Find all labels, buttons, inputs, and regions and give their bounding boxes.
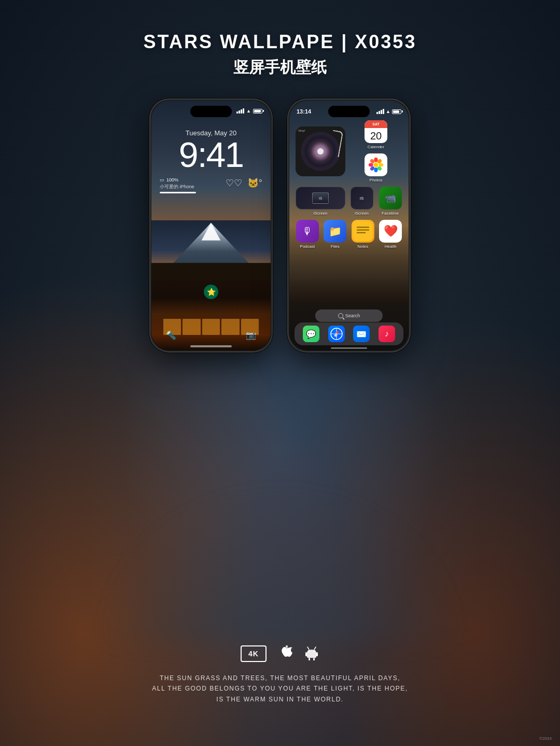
iscreen-big-label: iScreen — [313, 211, 327, 216]
homescreen-bg: 13:14 ▲ — [289, 101, 409, 350]
battery-cap — [263, 110, 264, 112]
hs-wifi-icon: ▲ — [386, 109, 390, 114]
torch-icon[interactable]: 🔦 — [166, 330, 176, 340]
svg-line-30 — [307, 647, 309, 650]
calendar-date: 20 — [370, 128, 382, 143]
iscreen-big-inner: iS — [312, 192, 329, 204]
app-row-2: iS iScreen iS iScreen — [296, 187, 402, 216]
svg-point-5 — [374, 158, 377, 162]
svg-rect-27 — [316, 652, 318, 656]
phones-container: ⭐ — [149, 98, 411, 353]
dock: 💬 ✉️ — [295, 322, 403, 345]
app-grid: Vinyl SAT 20 — [289, 120, 409, 253]
health-icon: ❤️ — [379, 220, 402, 243]
search-bar[interactable]: Search — [315, 309, 383, 322]
app-facetime[interactable]: 📹 Facetime — [378, 187, 402, 216]
signal-bars — [236, 108, 244, 114]
homescreen-time: 13:14 — [297, 108, 311, 115]
homescreen-home-indicator — [331, 347, 367, 349]
health-heart: ❤️ — [384, 224, 398, 238]
hs-battery-cap — [402, 110, 403, 112]
iscreen-big-icon: iS — [296, 187, 345, 209]
vinyl-label: Vinyl — [298, 129, 305, 132]
lockscreen-phone: ⭐ — [149, 98, 273, 353]
homescreen-notch — [328, 106, 370, 117]
svg-point-22 — [334, 334, 337, 337]
app-row-3: 🎙 Podcast 📁 Files — [296, 220, 402, 249]
lockscreen-time: 9:41 — [151, 137, 271, 172]
bottom-quote: THE SUN GRASS AND TREES, THE MOST BEAUTI… — [0, 673, 560, 705]
search-label: Search — [345, 313, 360, 318]
app-files[interactable]: 📁 Files — [324, 220, 347, 249]
watermark: ©2024 — [539, 736, 552, 741]
app-iscreen-small[interactable]: iS iScreen — [349, 187, 374, 216]
hs-signal-bar-2 — [379, 111, 380, 114]
signal-bar-4 — [243, 108, 244, 114]
svg-point-4 — [374, 163, 379, 167]
svg-rect-26 — [305, 652, 307, 656]
app-podcast[interactable]: 🎙 Podcast — [296, 220, 319, 249]
calendar-icon: SAT 20 — [365, 120, 387, 143]
battery-fill — [254, 110, 261, 112]
photos-icon — [365, 153, 387, 176]
iscreen-text: iS — [360, 196, 364, 201]
svg-rect-13 — [353, 221, 373, 241]
lockscreen-bg: ⭐ — [151, 101, 271, 350]
svg-line-31 — [314, 647, 316, 650]
starbucks-logo: ⭐ — [204, 285, 218, 299]
notes-svg — [353, 221, 373, 241]
android-logo-svg — [304, 645, 319, 661]
hs-signal-bar-3 — [381, 110, 382, 114]
svg-rect-14 — [357, 227, 369, 228]
iscreen-small-label: iScreen — [355, 211, 369, 216]
svg-rect-16 — [357, 232, 366, 233]
app-calendar[interactable]: SAT 20 Calender — [349, 120, 402, 149]
app-column-right: SAT 20 Calender — [349, 120, 402, 182]
facetime-icon: 📹 — [379, 187, 402, 209]
battery-icon — [253, 109, 262, 114]
lockscreen-screen: ⭐ — [151, 101, 271, 350]
bg-mountain — [99, 487, 461, 642]
files-label: Files — [331, 244, 340, 249]
app-notes[interactable]: Notes — [351, 220, 375, 249]
signal-bar-2 — [239, 110, 240, 114]
homescreen-status-icons: ▲ — [376, 109, 401, 114]
app-iscreen-big[interactable]: iS iScreen — [296, 187, 345, 216]
battery-bar-fill — [160, 192, 196, 193]
dock-mail[interactable]: ✉️ — [353, 326, 370, 342]
podcast-label: Podcast — [300, 244, 315, 249]
wifi-icon: ▲ — [246, 108, 251, 114]
safari-icon — [330, 328, 343, 340]
bottom-icons: 4K — [0, 645, 560, 665]
lockscreen-battery-info: ▭ 100% 小可爱的 iPhone — [160, 177, 196, 193]
ls-status-right: ▲ — [236, 108, 262, 114]
signal-bar-3 — [241, 109, 242, 114]
dock-music[interactable]: ♪ — [379, 326, 395, 342]
app-health[interactable]: ❤️ Health — [379, 220, 403, 249]
notes-icon — [352, 220, 374, 243]
badge-4k: 4K — [241, 645, 267, 662]
page-header: STARS WALLPAPE | X0353 竖屏手机壁纸 — [0, 31, 560, 78]
photos-label: Photos — [370, 178, 383, 182]
dock-messages[interactable]: 💬 — [303, 326, 319, 342]
page-title-en: STARS WALLPAPE | X0353 — [0, 31, 560, 53]
phone-name: 小可爱的 iPhone — [160, 184, 196, 190]
homescreen-screen: 13:14 ▲ — [289, 101, 409, 350]
app-photos[interactable]: Photos — [349, 153, 402, 182]
app-row-1: Vinyl SAT 20 — [296, 120, 402, 182]
health-label: Health — [385, 244, 397, 249]
apple-logo-svg — [277, 645, 293, 662]
dock-safari[interactable] — [328, 326, 345, 342]
search-icon-handle — [342, 317, 344, 319]
vinyl-widget[interactable]: Vinyl — [296, 126, 345, 176]
search-icon — [338, 313, 343, 318]
page-title-zh: 竖屏手机壁纸 — [0, 57, 560, 78]
files-symbol: 📁 — [329, 225, 342, 237]
facetime-label: Facetime — [382, 211, 399, 216]
camera-icon[interactable]: 📷 — [246, 330, 256, 340]
svg-point-11 — [369, 163, 373, 166]
apple-icon — [277, 645, 293, 665]
hs-signal-bars — [376, 109, 384, 114]
podcast-icon: 🎙 — [296, 220, 319, 243]
svg-rect-29 — [313, 658, 315, 660]
